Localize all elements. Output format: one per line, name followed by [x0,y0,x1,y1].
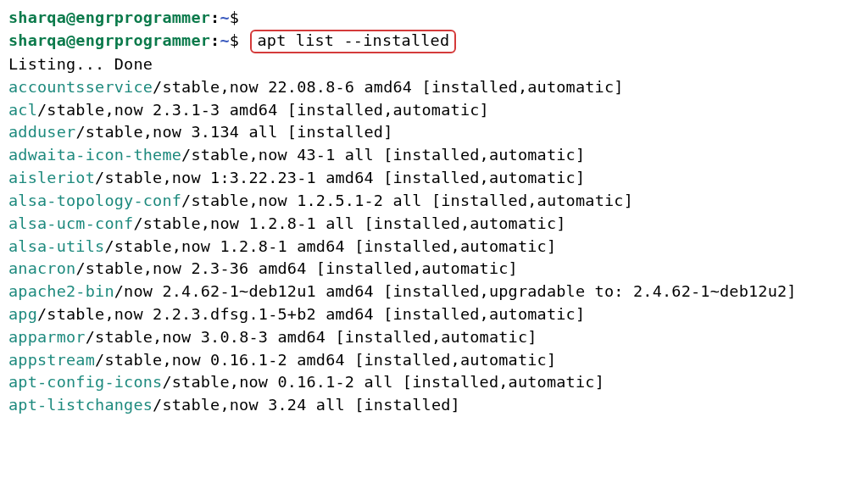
package-details: /stable,now 1.2.5.1-2 all [installed,aut… [181,192,633,209]
command-highlight: apt list --installed [250,30,456,53]
package-name: anacron [8,259,75,277]
package-details: /stable,now 3.24 all [installed] [153,396,460,414]
package-line: appstream/stable,now 0.16.1-2 amd64 [ins… [8,349,860,372]
package-line: adduser/stable,now 3.134 all [installed] [8,121,860,144]
package-name: alsa-utils [8,237,104,255]
package-line: apparmor/stable,now 3.0.8-3 amd64 [insta… [8,326,860,349]
package-details: /stable,now 0.16.1-2 all [installed,auto… [162,373,604,391]
package-name: adwaita-icon-theme [8,146,181,164]
package-line: apt-config-icons/stable,now 0.16.1-2 all… [8,371,860,394]
package-line: accountsservice/stable,now 22.08.8-6 amd… [8,76,860,99]
package-name: adduser [8,123,75,141]
prompt-line-empty: sharqa@engrprogrammer:~$ [8,7,860,30]
prompt-path: ~ [220,31,229,49]
prompt-colon: : [210,8,220,26]
prompt-path: ~ [220,8,229,26]
package-name: aisleriot [8,169,95,186]
package-details: /stable,now 2.3.1-3 amd64 [installed,aut… [37,101,489,119]
package-name: apache2-bin [8,282,114,300]
package-line: apt-listchanges/stable,now 3.24 all [ins… [8,394,860,417]
package-details: /stable,now 2.2.3.dfsg.1-5+b2 amd64 [ins… [37,305,585,323]
prompt-dollar: $ [230,8,239,26]
prompt-dollar: $ [230,31,239,49]
prompt-user: sharqa@engrprogrammer [8,31,210,49]
package-line: adwaita-icon-theme/stable,now 43-1 all [… [8,144,860,167]
package-details: /stable,now 43-1 all [installed,automati… [181,146,585,164]
package-line: alsa-ucm-conf/stable,now 1.2.8-1 all [in… [8,213,860,236]
package-details: /now 2.4.62-1~deb12u1 amd64 [installed,u… [114,282,797,300]
prompt-user: sharqa@engrprogrammer [8,8,210,26]
package-name: appstream [8,351,95,369]
prompt-colon: : [210,31,220,49]
package-line: alsa-topology-conf/stable,now 1.2.5.1-2 … [8,190,860,213]
package-name: acl [8,101,37,119]
package-name: alsa-topology-conf [8,192,181,209]
package-name: accountsservice [8,78,153,96]
package-line: acl/stable,now 2.3.1-3 amd64 [installed,… [8,99,860,122]
package-details: /stable,now 1.2.8-1 all [installed,autom… [133,214,565,232]
command-text: apt list --installed [257,31,449,49]
package-name: apt-config-icons [8,373,162,391]
package-name: apt-listchanges [8,396,153,414]
package-details: /stable,now 1.2.8-1 amd64 [installed,aut… [104,237,556,255]
package-line: aisleriot/stable,now 1:3.22.23-1 amd64 [… [8,167,860,190]
package-name: alsa-ucm-conf [8,214,133,232]
listing-header: Listing... Done [8,53,860,76]
package-name: apg [8,305,37,323]
prompt-line-command: sharqa@engrprogrammer:~$ apt list --inst… [8,30,860,53]
package-line: apg/stable,now 2.2.3.dfsg.1-5+b2 amd64 [… [8,303,860,326]
package-details: /stable,now 3.0.8-3 amd64 [installed,aut… [86,328,537,346]
package-line: apache2-bin/now 2.4.62-1~deb12u1 amd64 [… [8,281,860,303]
package-details: /stable,now 2.3-36 amd64 [installed,auto… [75,259,518,277]
package-details: /stable,now 22.08.8-6 amd64 [installed,a… [153,78,624,96]
package-details: /stable,now 1:3.22.23-1 amd64 [installed… [95,169,585,186]
package-line: anacron/stable,now 2.3-36 amd64 [install… [8,258,860,281]
package-line: alsa-utils/stable,now 1.2.8-1 amd64 [ins… [8,236,860,258]
package-details: /stable,now 3.134 all [installed] [75,123,392,141]
package-details: /stable,now 0.16.1-2 amd64 [installed,au… [95,351,556,369]
package-name: apparmor [8,328,86,346]
terminal-output[interactable]: sharqa@engrprogrammer:~$sharqa@engrprogr… [8,7,860,417]
